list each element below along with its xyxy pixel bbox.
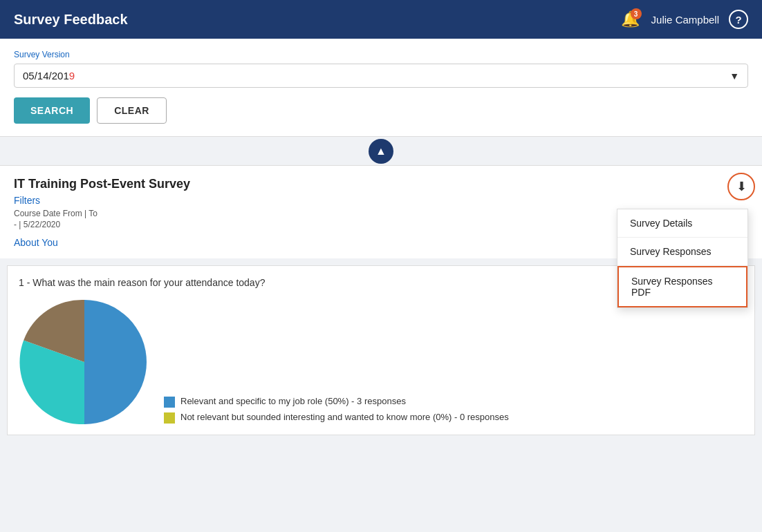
menu-item-survey-responses[interactable]: Survey Responses [617, 238, 747, 266]
survey-version-label: Survey Version [14, 50, 748, 59]
filter-buttons: SEARCH CLEAR [14, 97, 748, 124]
legend-color-2 [164, 412, 175, 424]
collapse-button[interactable]: ▲ [369, 139, 393, 164]
legend-label-1: Relevant and specific to my job role (50… [180, 396, 406, 406]
search-button[interactable]: SEARCH [14, 97, 90, 124]
download-btn-area: ⬇ Survey Details Survey Responses Survey… [727, 173, 755, 200]
page-title: Survey Feedback [14, 12, 128, 28]
notification-badge: 3 [631, 8, 642, 19]
download-button[interactable]: ⬇ [727, 173, 755, 200]
legend-item-1: Relevant and specific to my job role (50… [164, 396, 743, 408]
header: Survey Feedback 🔔 3 Julie Campbell ? [0, 0, 762, 39]
pie-chart-container: Relevant and specific to my job role (50… [19, 296, 743, 435]
dropdown-arrow-icon: ▼ [730, 70, 739, 82]
legend-item-2: Not relevant but sounded interesting and… [164, 412, 743, 424]
menu-item-survey-responses-pdf[interactable]: Survey Responses PDF [617, 266, 747, 307]
notification-bell[interactable]: 🔔 3 [620, 8, 642, 30]
menu-item-survey-details[interactable]: Survey Details [617, 209, 747, 238]
filters-link[interactable]: Filters [14, 195, 40, 206]
legend-label-2: Not relevant but sounded interesting and… [180, 412, 509, 422]
help-button[interactable]: ? [729, 10, 748, 29]
pie-chart [19, 296, 150, 428]
survey-version-dropdown[interactable]: 05/14/2019 ▼ [14, 64, 748, 88]
download-icon: ⬇ [736, 179, 747, 194]
survey-title: IT Training Post-Event Survey [14, 177, 748, 191]
chevron-up-icon: ▲ [375, 145, 387, 158]
legend-area: Relevant and specific to my job role (50… [164, 396, 743, 428]
survey-version-value: 05/14/2019 [23, 70, 75, 82]
user-name: Julie Campbell [651, 14, 719, 26]
about-you-link[interactable]: About You [14, 237, 58, 248]
survey-version-red-char: 9 [69, 70, 75, 82]
survey-content-wrapper: ⬇ Survey Details Survey Responses Survey… [0, 166, 762, 435]
clear-button[interactable]: CLEAR [97, 97, 167, 124]
filter-panel: Survey Version 05/14/2019 ▼ SEARCH CLEAR [0, 39, 762, 137]
download-dropdown-menu: Survey Details Survey Responses Survey R… [617, 209, 748, 308]
legend-color-1 [164, 397, 175, 408]
collapse-bar: ▲ [0, 137, 762, 166]
header-right: 🔔 3 Julie Campbell ? [620, 8, 748, 30]
main-content: ⬇ Survey Details Survey Responses Survey… [0, 166, 762, 435]
